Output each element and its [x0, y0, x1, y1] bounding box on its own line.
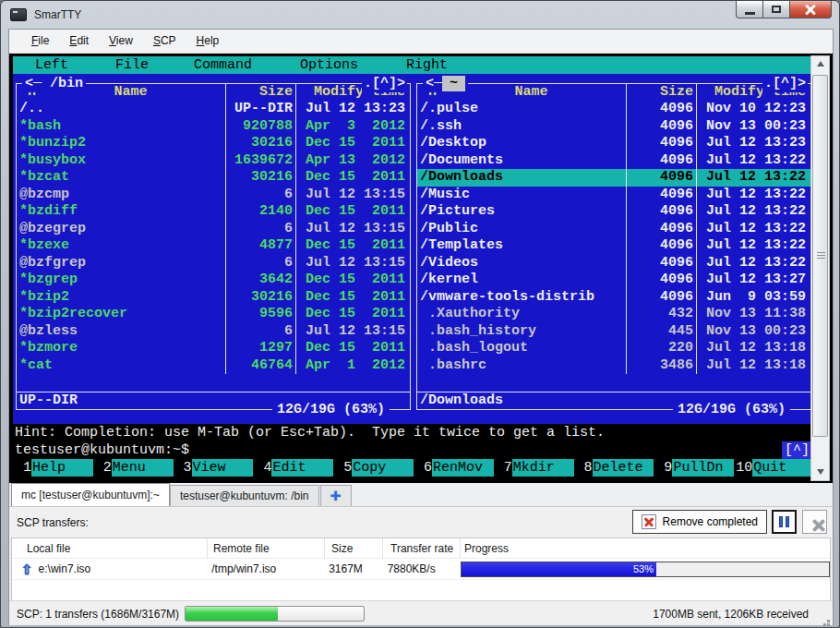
fkey-quit[interactable]: 10Quit [734, 459, 814, 477]
file-row[interactable]: /..UP--DIRJul 12 13:23 [17, 101, 410, 118]
fkey-delete[interactable]: 8Delete [574, 459, 654, 477]
menu-view[interactable]: View [101, 31, 141, 50]
file-row[interactable]: @bzfgrep6Jul 12 13:15 [17, 255, 410, 272]
file-row[interactable]: /.ssh4096Nov 13 00:23 [417, 118, 810, 136]
close-button[interactable] [790, 1, 832, 18]
file-row[interactable]: .bash_logout220Jul 12 13:18 [417, 340, 810, 357]
minimize-button[interactable] [736, 1, 763, 18]
panel-right-path[interactable]: <─~ [423, 75, 468, 92]
panel-right-header[interactable]: 'nName Size Modify time [417, 84, 810, 102]
header-transfer-rate[interactable]: Transfer rate [383, 538, 461, 558]
scroll-up-arrow[interactable] [811, 56, 829, 72]
file-mtime: Jun 9 03:59 [696, 289, 810, 307]
file-row[interactable]: *bzcat30216Dec 15 2011 [17, 169, 410, 187]
file-row[interactable]: /Music4096Jul 12 13:22 [417, 187, 810, 204]
remove-completed-button[interactable]: Remove completed [632, 510, 767, 534]
panel-right-corner-controls[interactable]: .[^]> [762, 75, 808, 92]
panel-left-corner-controls[interactable]: .[^]> [362, 75, 407, 92]
mc-panels: <─ /bin .[^]> 'nName Size Modify time /.… [13, 74, 814, 424]
file-row[interactable]: *bzip230216Dec 15 2011 [17, 289, 410, 307]
shell-prompt-line[interactable]: testuser@kubuntuvm:~$ [^] [13, 441, 814, 459]
resize-grip[interactable] [827, 620, 830, 622]
fkey-number: 8 [574, 459, 593, 477]
scroll-down-arrow[interactable] [811, 465, 829, 480]
tab-bin-session[interactable]: testuser@kubuntuvm: /bin [170, 485, 319, 506]
file-row[interactable]: @bzegrep6Jul 12 13:15 [17, 221, 410, 238]
header-remote-file[interactable]: Remote file [208, 538, 325, 558]
file-row[interactable]: *bzgrep3642Dec 15 2011 [17, 272, 410, 289]
file-mtime: Dec 15 2011 [295, 237, 410, 255]
menu-scp[interactable]: SCP [145, 31, 185, 50]
fkey-help[interactable]: 1Help [13, 459, 93, 477]
file-row[interactable]: *bzmore1297Dec 15 2011 [17, 340, 410, 357]
file-row[interactable]: *bzip2recover9596Dec 15 2011 [17, 306, 410, 323]
fkey-pulldn[interactable]: 9PullDn [654, 459, 734, 477]
midnight-commander-screen: LeftFileCommandOptionsRight <─ /bin .[^]… [13, 56, 814, 477]
fkey-view[interactable]: 3View [174, 459, 254, 477]
pause-transfers-button[interactable] [772, 510, 797, 534]
tab-mc-session[interactable]: mc [testuser@kubuntuvm]:~ [11, 483, 170, 506]
file-row[interactable]: /Templates4096Jul 12 13:22 [417, 237, 810, 255]
new-tab-button[interactable]: + [320, 485, 352, 506]
panel-left-path[interactable]: <─ /bin [22, 75, 86, 92]
file-row[interactable]: *bzexe4877Dec 15 2011 [17, 237, 410, 255]
menu-edit[interactable]: Edit [61, 31, 97, 50]
fkey-edit[interactable]: 4Edit [253, 459, 333, 477]
file-row[interactable]: *bzdiff2140Dec 15 2011 [17, 203, 410, 221]
header-progress[interactable]: Progress [461, 538, 830, 558]
transfer-row[interactable]: ⇧ e:\win7.iso /tmp/win7.iso 3167M 7880KB… [12, 559, 830, 580]
file-row[interactable]: /Documents4096Jul 12 13:22 [417, 152, 810, 170]
header-local-file[interactable]: Local file [12, 538, 208, 558]
file-row[interactable]: *bunzip230216Dec 15 2011 [17, 135, 410, 152]
file-row[interactable]: /Desktop4096Jul 12 13:23 [417, 135, 810, 152]
file-mtime: Jul 12 13:15 [295, 187, 410, 204]
title-bar[interactable]: SmarTTY [1, 1, 839, 29]
file-row[interactable]: /kernel4096Jul 12 13:27 [417, 272, 810, 289]
close-transfers-button[interactable] [802, 510, 827, 534]
file-row[interactable]: /Public4096Jul 12 13:22 [417, 221, 810, 238]
file-row[interactable]: *bash920788Apr 3 2012 [17, 118, 410, 136]
terminal-scrollbar[interactable] [810, 55, 830, 481]
fkey-renmov[interactable]: 6RenMov [414, 459, 494, 477]
file-row[interactable]: /.pulse4096Nov 10 12:23 [417, 101, 810, 118]
file-size: 4096 [626, 272, 696, 289]
mc-menu-right[interactable]: Right [406, 56, 448, 74]
fkey-copy[interactable]: 5Copy [333, 459, 414, 477]
mc-menu-file[interactable]: File [115, 56, 149, 74]
file-row[interactable]: @bzcmp6Jul 12 13:15 [17, 187, 410, 204]
scrollbar-thumb[interactable] [812, 75, 828, 437]
history-arrow-icon[interactable]: <─ [426, 76, 442, 91]
menu-help[interactable]: Help [188, 31, 228, 50]
file-mtime: Apr 3 2012 [295, 118, 410, 136]
file-row[interactable]: *cat46764Apr 1 2012 [17, 357, 410, 375]
mc-menu-command[interactable]: Command [194, 56, 252, 74]
menu-file[interactable]: File [23, 31, 57, 50]
file-row[interactable]: /vmware-tools-distrib4096Jun 9 03:59 [417, 289, 810, 307]
file-row[interactable]: @bzless6Jul 12 13:15 [17, 323, 410, 341]
file-row[interactable]: .bashrc3486Jul 12 13:18 [417, 357, 810, 375]
file-row[interactable]: /Downloads4096Jul 12 13:22 [417, 169, 810, 187]
file-row[interactable]: .Xauthority432Nov 13 11:38 [417, 306, 810, 323]
mc-menu-left[interactable]: Left [35, 56, 68, 74]
terminal-view[interactable]: LeftFileCommandOptionsRight <─ /bin .[^]… [9, 54, 833, 483]
fkey-menu[interactable]: 2Menu [93, 459, 174, 477]
file-size: 4096 [626, 255, 696, 272]
column-size[interactable]: Size [626, 84, 696, 102]
file-row[interactable]: /Pictures4096Jul 12 13:22 [417, 203, 810, 221]
history-arrow-icon[interactable]: <─ [25, 76, 50, 91]
fkey-mkdir[interactable]: 7Mkdir [494, 459, 574, 477]
file-mtime: Dec 15 2011 [295, 169, 410, 187]
status-progress-fill [186, 607, 278, 621]
file-row[interactable]: *busybox1639672Apr 13 2012 [17, 152, 410, 170]
file-row[interactable]: /Videos4096Jul 12 13:22 [417, 255, 810, 272]
file-size: 220 [626, 340, 696, 357]
header-size[interactable]: Size [325, 538, 383, 558]
column-size[interactable]: Size [225, 84, 295, 102]
mc-menu-options[interactable]: Options [300, 56, 358, 74]
file-mtime: Jul 12 13:22 [696, 152, 810, 170]
thumb-grip-icon [817, 252, 825, 259]
file-mtime: Jul 12 13:18 [696, 340, 810, 357]
maximize-button[interactable] [763, 1, 790, 18]
file-row[interactable]: .bash_history445Nov 13 00:23 [417, 323, 810, 341]
shell-prompt[interactable]: testuser@kubuntuvm:~$ [15, 441, 189, 459]
